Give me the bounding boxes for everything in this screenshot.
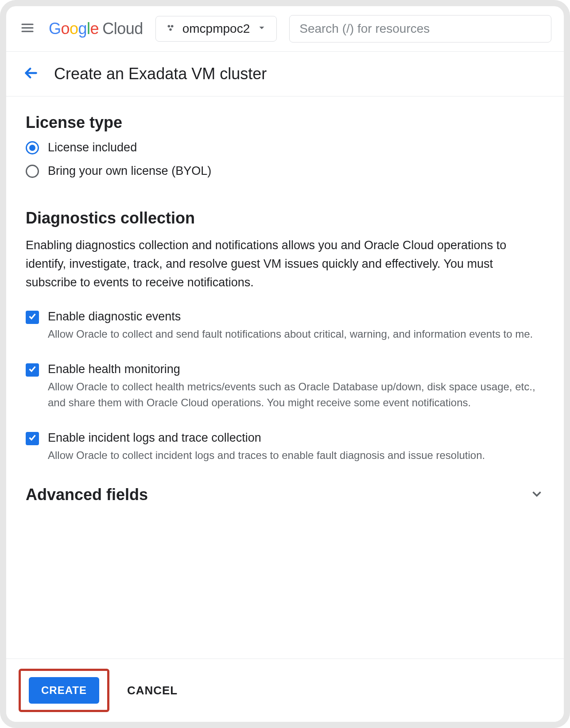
arrow-left-icon	[22, 64, 40, 84]
page-title: Create an Exadata VM cluster	[54, 65, 267, 83]
radio-license-included[interactable]: License included	[26, 141, 544, 154]
logo-suffix: Cloud	[102, 19, 143, 38]
project-name: omcpmpoc2	[182, 22, 250, 36]
project-picker[interactable]: omcpmpoc2	[155, 16, 277, 42]
chevron-down-icon	[529, 486, 544, 503]
radio-label: License included	[48, 141, 137, 154]
project-scope-icon	[166, 22, 175, 36]
checkbox-label: Enable health monitoring	[48, 362, 544, 376]
google-cloud-logo: Google Cloud	[49, 19, 143, 38]
diagnostics-heading: Diagnostics collection	[26, 209, 544, 227]
check-icon	[27, 364, 37, 376]
hamburger-icon	[20, 21, 35, 37]
svg-point-0	[167, 25, 170, 28]
create-button-highlight: CREATE	[19, 669, 109, 712]
app-frame: Google Cloud omcpmpoc2 Search (/) for re…	[0, 0, 570, 728]
license-type-heading: License type	[26, 113, 544, 132]
svg-point-1	[171, 25, 174, 28]
caret-down-icon	[257, 22, 267, 36]
menu-button[interactable]	[19, 20, 36, 38]
checkbox-diag-events[interactable]	[26, 311, 39, 324]
checkbox-label: Enable diagnostic events	[48, 310, 533, 324]
radio-icon	[26, 141, 39, 154]
search-placeholder: Search (/) for resources	[299, 22, 430, 35]
diagnostics-description: Enabling diagnostics collection and noti…	[26, 236, 544, 292]
checkbox-row-incident-logs: Enable incident logs and trace collectio…	[26, 431, 544, 463]
form-footer: CREATE CANCEL	[6, 659, 564, 722]
check-icon	[27, 433, 37, 444]
advanced-fields-toggle[interactable]: Advanced fields	[26, 485, 544, 504]
checkbox-label: Enable incident logs and trace collectio…	[48, 431, 485, 445]
svg-point-2	[169, 28, 172, 31]
checkbox-row-diag-events: Enable diagnostic events Allow Oracle to…	[26, 310, 544, 342]
radio-byol[interactable]: Bring your own license (BYOL)	[26, 164, 544, 178]
advanced-fields-heading: Advanced fields	[26, 485, 148, 504]
radio-label: Bring your own license (BYOL)	[48, 164, 211, 178]
checkbox-row-health-monitoring: Enable health monitoring Allow Oracle to…	[26, 362, 544, 411]
cancel-button[interactable]: CANCEL	[127, 684, 178, 697]
checkbox-subtext: Allow Oracle to collect incident logs an…	[48, 447, 485, 463]
checkbox-subtext: Allow Oracle to collect health metrics/e…	[48, 379, 544, 411]
radio-icon	[26, 165, 39, 178]
create-button[interactable]: CREATE	[29, 677, 99, 704]
checkbox-incident-logs[interactable]	[26, 432, 39, 445]
checkbox-subtext: Allow Oracle to collect and send fault n…	[48, 326, 533, 342]
check-icon	[27, 312, 37, 323]
page-header: Create an Exadata VM cluster	[6, 52, 564, 96]
top-bar: Google Cloud omcpmpoc2 Search (/) for re…	[6, 6, 564, 52]
form-content: License type License included Bring your…	[6, 96, 564, 504]
search-input[interactable]: Search (/) for resources	[289, 15, 551, 42]
back-button[interactable]	[22, 64, 40, 84]
checkbox-health-monitoring[interactable]	[26, 363, 39, 377]
